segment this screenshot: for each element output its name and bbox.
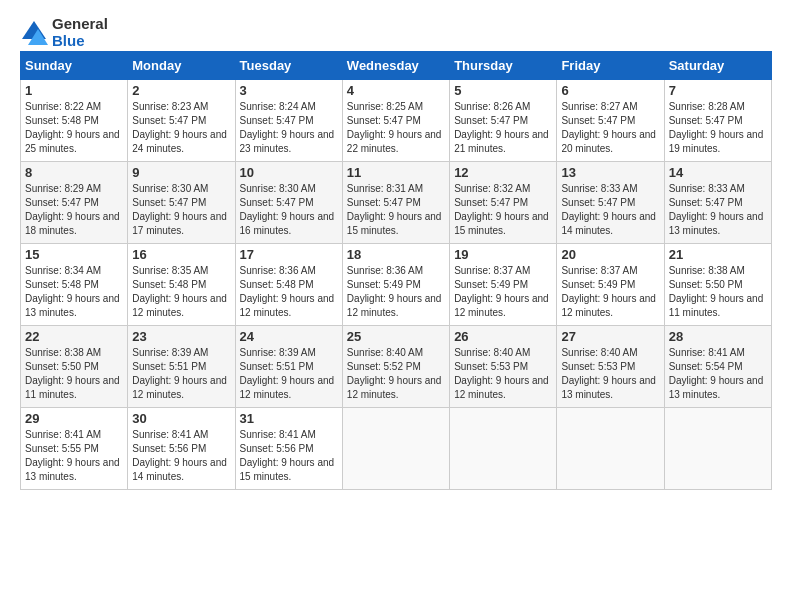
col-header-wednesday: Wednesday (342, 52, 449, 80)
sunset-label: Sunset: 5:49 PM (454, 279, 528, 290)
calendar-cell-6: 6 Sunrise: 8:27 AM Sunset: 5:47 PM Dayli… (557, 80, 664, 162)
sunrise-label: Sunrise: 8:40 AM (347, 347, 423, 358)
day-number: 5 (454, 83, 552, 98)
day-number: 7 (669, 83, 767, 98)
daylight-label: Daylight: 9 hours and 25 minutes. (25, 129, 120, 154)
day-info: Sunrise: 8:37 AM Sunset: 5:49 PM Dayligh… (454, 264, 552, 320)
day-info: Sunrise: 8:41 AM Sunset: 5:56 PM Dayligh… (240, 428, 338, 484)
day-info: Sunrise: 8:40 AM Sunset: 5:53 PM Dayligh… (454, 346, 552, 402)
day-info: Sunrise: 8:31 AM Sunset: 5:47 PM Dayligh… (347, 182, 445, 238)
day-info: Sunrise: 8:28 AM Sunset: 5:47 PM Dayligh… (669, 100, 767, 156)
col-header-saturday: Saturday (664, 52, 771, 80)
sunrise-label: Sunrise: 8:41 AM (132, 429, 208, 440)
day-number: 6 (561, 83, 659, 98)
day-info: Sunrise: 8:38 AM Sunset: 5:50 PM Dayligh… (669, 264, 767, 320)
calendar-cell-19: 19 Sunrise: 8:37 AM Sunset: 5:49 PM Dayl… (450, 244, 557, 326)
calendar-cell-15: 15 Sunrise: 8:34 AM Sunset: 5:48 PM Dayl… (21, 244, 128, 326)
calendar-cell-8: 8 Sunrise: 8:29 AM Sunset: 5:47 PM Dayli… (21, 162, 128, 244)
daylight-label: Daylight: 9 hours and 13 minutes. (669, 375, 764, 400)
day-number: 16 (132, 247, 230, 262)
sunrise-label: Sunrise: 8:24 AM (240, 101, 316, 112)
daylight-label: Daylight: 9 hours and 23 minutes. (240, 129, 335, 154)
daylight-label: Daylight: 9 hours and 19 minutes. (669, 129, 764, 154)
calendar-cell-1: 1 Sunrise: 8:22 AM Sunset: 5:48 PM Dayli… (21, 80, 128, 162)
calendar-cell-27: 27 Sunrise: 8:40 AM Sunset: 5:53 PM Dayl… (557, 326, 664, 408)
sunrise-label: Sunrise: 8:37 AM (561, 265, 637, 276)
col-header-tuesday: Tuesday (235, 52, 342, 80)
daylight-label: Daylight: 9 hours and 21 minutes. (454, 129, 549, 154)
day-number: 15 (25, 247, 123, 262)
sunset-label: Sunset: 5:47 PM (347, 115, 421, 126)
sunrise-label: Sunrise: 8:34 AM (25, 265, 101, 276)
logo-text: General Blue (52, 16, 108, 49)
sunset-label: Sunset: 5:48 PM (25, 115, 99, 126)
day-info: Sunrise: 8:26 AM Sunset: 5:47 PM Dayligh… (454, 100, 552, 156)
sunrise-label: Sunrise: 8:38 AM (25, 347, 101, 358)
day-number: 12 (454, 165, 552, 180)
day-info: Sunrise: 8:29 AM Sunset: 5:47 PM Dayligh… (25, 182, 123, 238)
sunset-label: Sunset: 5:48 PM (240, 279, 314, 290)
sunset-label: Sunset: 5:47 PM (240, 115, 314, 126)
day-info: Sunrise: 8:36 AM Sunset: 5:49 PM Dayligh… (347, 264, 445, 320)
daylight-label: Daylight: 9 hours and 12 minutes. (347, 293, 442, 318)
calendar-cell-2: 2 Sunrise: 8:23 AM Sunset: 5:47 PM Dayli… (128, 80, 235, 162)
page-container: General Blue SundayMondayTuesdayWednesda… (0, 0, 792, 500)
day-info: Sunrise: 8:25 AM Sunset: 5:47 PM Dayligh… (347, 100, 445, 156)
daylight-label: Daylight: 9 hours and 15 minutes. (347, 211, 442, 236)
sunrise-label: Sunrise: 8:31 AM (347, 183, 423, 194)
calendar-cell-13: 13 Sunrise: 8:33 AM Sunset: 5:47 PM Dayl… (557, 162, 664, 244)
day-number: 29 (25, 411, 123, 426)
day-info: Sunrise: 8:33 AM Sunset: 5:47 PM Dayligh… (561, 182, 659, 238)
sunset-label: Sunset: 5:54 PM (669, 361, 743, 372)
sunset-label: Sunset: 5:47 PM (669, 197, 743, 208)
sunrise-label: Sunrise: 8:36 AM (240, 265, 316, 276)
daylight-label: Daylight: 9 hours and 16 minutes. (240, 211, 335, 236)
daylight-label: Daylight: 9 hours and 13 minutes. (25, 293, 120, 318)
day-info: Sunrise: 8:34 AM Sunset: 5:48 PM Dayligh… (25, 264, 123, 320)
calendar-cell-20: 20 Sunrise: 8:37 AM Sunset: 5:49 PM Dayl… (557, 244, 664, 326)
day-number: 10 (240, 165, 338, 180)
day-number: 21 (669, 247, 767, 262)
sunset-label: Sunset: 5:47 PM (561, 115, 635, 126)
day-info: Sunrise: 8:30 AM Sunset: 5:47 PM Dayligh… (240, 182, 338, 238)
daylight-label: Daylight: 9 hours and 14 minutes. (561, 211, 656, 236)
sunset-label: Sunset: 5:49 PM (347, 279, 421, 290)
sunset-label: Sunset: 5:50 PM (669, 279, 743, 290)
daylight-label: Daylight: 9 hours and 15 minutes. (240, 457, 335, 482)
daylight-label: Daylight: 9 hours and 18 minutes. (25, 211, 120, 236)
sunset-label: Sunset: 5:55 PM (25, 443, 99, 454)
daylight-label: Daylight: 9 hours and 24 minutes. (132, 129, 227, 154)
calendar-cell-14: 14 Sunrise: 8:33 AM Sunset: 5:47 PM Dayl… (664, 162, 771, 244)
empty-cell (664, 408, 771, 490)
day-number: 4 (347, 83, 445, 98)
sunrise-label: Sunrise: 8:30 AM (132, 183, 208, 194)
day-info: Sunrise: 8:27 AM Sunset: 5:47 PM Dayligh… (561, 100, 659, 156)
col-header-friday: Friday (557, 52, 664, 80)
daylight-label: Daylight: 9 hours and 12 minutes. (347, 375, 442, 400)
calendar-cell-5: 5 Sunrise: 8:26 AM Sunset: 5:47 PM Dayli… (450, 80, 557, 162)
calendar-cell-17: 17 Sunrise: 8:36 AM Sunset: 5:48 PM Dayl… (235, 244, 342, 326)
sunset-label: Sunset: 5:52 PM (347, 361, 421, 372)
sunset-label: Sunset: 5:49 PM (561, 279, 635, 290)
calendar-cell-16: 16 Sunrise: 8:35 AM Sunset: 5:48 PM Dayl… (128, 244, 235, 326)
day-number: 22 (25, 329, 123, 344)
daylight-label: Daylight: 9 hours and 13 minutes. (669, 211, 764, 236)
day-number: 19 (454, 247, 552, 262)
calendar-cell-26: 26 Sunrise: 8:40 AM Sunset: 5:53 PM Dayl… (450, 326, 557, 408)
calendar-cell-10: 10 Sunrise: 8:30 AM Sunset: 5:47 PM Dayl… (235, 162, 342, 244)
calendar-cell-9: 9 Sunrise: 8:30 AM Sunset: 5:47 PM Dayli… (128, 162, 235, 244)
empty-cell (342, 408, 449, 490)
day-number: 26 (454, 329, 552, 344)
sunrise-label: Sunrise: 8:39 AM (132, 347, 208, 358)
day-info: Sunrise: 8:41 AM Sunset: 5:54 PM Dayligh… (669, 346, 767, 402)
daylight-label: Daylight: 9 hours and 11 minutes. (669, 293, 764, 318)
sunset-label: Sunset: 5:47 PM (669, 115, 743, 126)
calendar-cell-22: 22 Sunrise: 8:38 AM Sunset: 5:50 PM Dayl… (21, 326, 128, 408)
day-info: Sunrise: 8:33 AM Sunset: 5:47 PM Dayligh… (669, 182, 767, 238)
daylight-label: Daylight: 9 hours and 15 minutes. (454, 211, 549, 236)
day-number: 9 (132, 165, 230, 180)
sunset-label: Sunset: 5:56 PM (132, 443, 206, 454)
sunset-label: Sunset: 5:47 PM (132, 115, 206, 126)
sunset-label: Sunset: 5:50 PM (25, 361, 99, 372)
day-info: Sunrise: 8:40 AM Sunset: 5:52 PM Dayligh… (347, 346, 445, 402)
